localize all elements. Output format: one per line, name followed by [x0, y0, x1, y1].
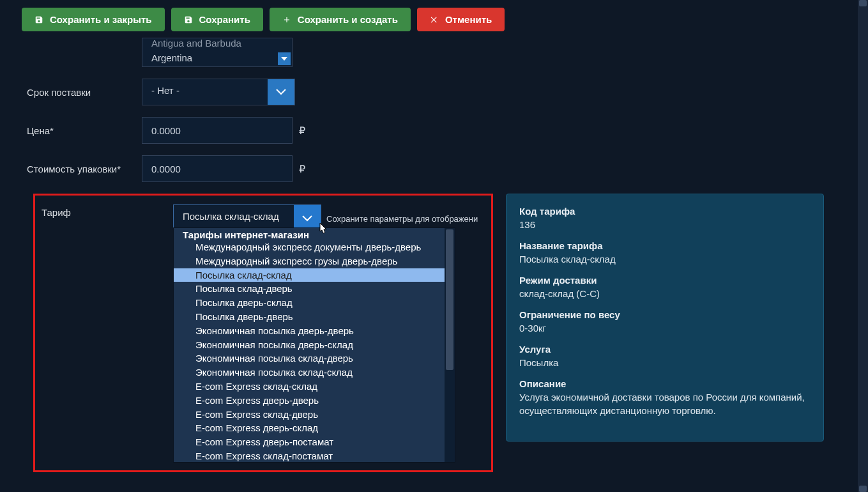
delivery-time-value: - Нет -	[142, 79, 268, 105]
multiselect-scrollbar[interactable]	[277, 39, 291, 66]
save-close-label: Сохранить и закрыть	[50, 14, 152, 25]
info-mode-val: склад-склад (С-С)	[519, 287, 811, 300]
tariff-option[interactable]: Экономичная посылка дверь-дверь	[174, 324, 455, 338]
tariff-option[interactable]: E-com Express дверь-постамат	[174, 435, 455, 449]
action-toolbar: Сохранить и закрыть Сохранить Сохранить …	[0, 0, 868, 39]
info-service-key: Услуга	[519, 344, 811, 355]
tariff-dropdown-group: Тарифы интернет-магазин	[174, 228, 455, 240]
tariff-option[interactable]: Экономичная посылка склад-склад	[174, 365, 455, 380]
save-button[interactable]: Сохранить	[171, 8, 263, 31]
save-create-label: Сохранить и создать	[298, 14, 398, 25]
info-name-key: Название тарифа	[519, 240, 811, 251]
save-icon	[34, 15, 43, 24]
cancel-button[interactable]: Отменить	[417, 8, 505, 31]
currency-symbol: ₽	[299, 163, 305, 175]
save-icon	[184, 15, 193, 24]
info-code-val: 136	[519, 218, 811, 231]
info-name-val: Посылка склад-склад	[519, 252, 811, 266]
info-mode-key: Режим доставки	[519, 275, 811, 286]
tariff-save-hint: Сохраните параметры для отображени	[326, 214, 478, 224]
save-close-button[interactable]: Сохранить и закрыть	[22, 8, 165, 31]
tariff-option[interactable]: Международный экспресс документы дверь-д…	[174, 240, 455, 254]
info-desc-val: Услуга экономичной доставки товаров по Р…	[519, 390, 811, 417]
save-label: Сохранить	[199, 14, 250, 25]
tariff-option[interactable]: Экономичная посылка склад-дверь	[174, 351, 455, 365]
packaging-cost-field[interactable]	[142, 155, 293, 182]
tariff-option[interactable]: Посылка склад-склад	[174, 268, 455, 282]
scroll-down-icon[interactable]	[278, 52, 291, 65]
chevron-down-icon	[268, 79, 294, 105]
save-create-button[interactable]: Сохранить и создать	[270, 8, 411, 31]
tariff-option[interactable]: Посылка дверь-дверь	[174, 310, 455, 324]
currency-symbol: ₽	[299, 125, 305, 137]
country-multiselect[interactable]: Antigua and Barbuda Argentina	[142, 38, 293, 67]
tariff-option[interactable]: Посылка дверь-склад	[174, 296, 455, 310]
tariff-label: Тариф	[42, 207, 71, 218]
dropdown-scrollbar[interactable]	[445, 228, 455, 462]
info-weight-key: Ограничение по весу	[519, 309, 811, 320]
tariff-option[interactable]: E-com Express склад-дверь	[174, 408, 455, 422]
tariff-option[interactable]: Международный экспресс грузы дверь-дверь	[174, 254, 455, 268]
tariff-option[interactable]: E-com Express дверь-склад	[174, 421, 455, 435]
country-option[interactable]: Argentina	[142, 50, 292, 65]
price-field[interactable]	[142, 117, 293, 144]
scrollbar-thumb[interactable]	[446, 229, 453, 370]
tariff-option[interactable]: E-com Express склад-склад	[174, 380, 455, 394]
tariff-option[interactable]: E-com Express склад-постамат	[174, 449, 455, 462]
tariff-info-panel: Код тарифа 136 Название тарифа Посылка с…	[506, 194, 824, 442]
delivery-time-select[interactable]: - Нет -	[142, 79, 295, 105]
page-scrollbar[interactable]	[858, 0, 868, 492]
tariff-option[interactable]: Экономичная посылка дверь-склад	[174, 338, 455, 352]
delivery-time-label: Срок поставки	[27, 87, 142, 98]
tariff-panel: Тариф Посылка склад-склад Сохраните пара…	[33, 194, 493, 472]
tariff-dropdown[interactable]: Тарифы интернет-магазинМеждународный экс…	[173, 227, 455, 463]
info-weight-val: 0-30кг	[519, 321, 811, 335]
country-option[interactable]: Antigua and Barbuda	[142, 36, 292, 50]
info-desc-key: Описание	[519, 378, 811, 389]
info-service-val: Посылка	[519, 356, 811, 369]
packaging-cost-label: Стоимость упаковки*	[27, 164, 142, 174]
tariff-option[interactable]: Посылка склад-дверь	[174, 282, 455, 296]
info-code-key: Код тарифа	[519, 206, 811, 217]
plus-icon	[282, 15, 291, 24]
cancel-label: Отменить	[445, 14, 492, 25]
tariff-option[interactable]: E-com Express дверь-дверь	[174, 394, 455, 408]
price-label: Цена*	[27, 125, 142, 136]
close-icon	[430, 15, 439, 24]
